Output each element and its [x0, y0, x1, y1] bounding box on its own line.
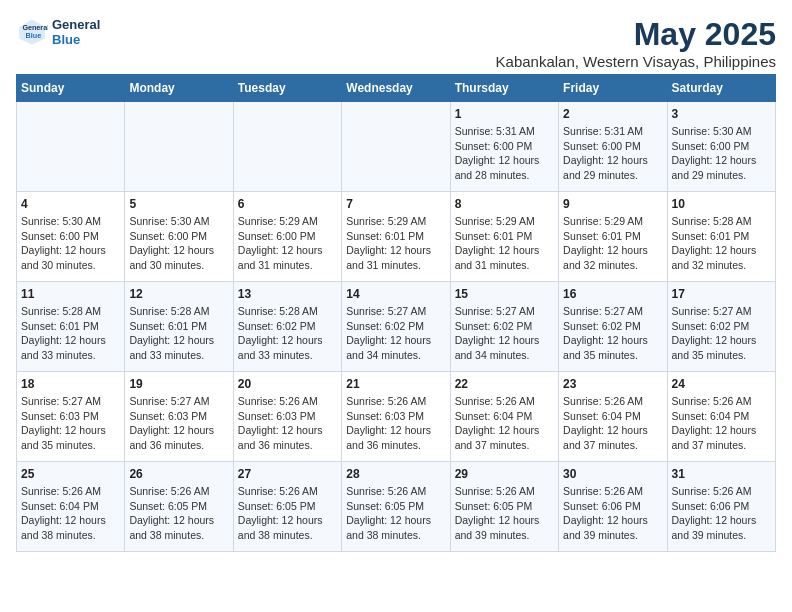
day-number: 14 — [346, 287, 445, 301]
calendar-cell: 2Sunrise: 5:31 AMSunset: 6:00 PMDaylight… — [559, 102, 667, 192]
week-row-5: 25Sunrise: 5:26 AMSunset: 6:04 PMDayligh… — [17, 462, 776, 552]
title-area: May 2025 Kabankalan, Western Visayas, Ph… — [496, 16, 776, 70]
day-number: 25 — [21, 467, 120, 481]
cell-info: Sunrise: 5:30 AMSunset: 6:00 PMDaylight:… — [672, 124, 771, 183]
day-number: 8 — [455, 197, 554, 211]
header-monday: Monday — [125, 75, 233, 102]
cell-info: Sunrise: 5:31 AMSunset: 6:00 PMDaylight:… — [455, 124, 554, 183]
header-row: SundayMondayTuesdayWednesdayThursdayFrid… — [17, 75, 776, 102]
cell-info: Sunrise: 5:28 AMSunset: 6:01 PMDaylight:… — [21, 304, 120, 363]
page-header: General Blue General Blue May 2025 Kaban… — [16, 16, 776, 70]
day-number: 10 — [672, 197, 771, 211]
day-number: 3 — [672, 107, 771, 121]
calendar-cell — [125, 102, 233, 192]
subtitle: Kabankalan, Western Visayas, Philippines — [496, 53, 776, 70]
day-number: 28 — [346, 467, 445, 481]
calendar-cell: 10Sunrise: 5:28 AMSunset: 6:01 PMDayligh… — [667, 192, 775, 282]
day-number: 26 — [129, 467, 228, 481]
cell-info: Sunrise: 5:26 AMSunset: 6:05 PMDaylight:… — [238, 484, 337, 543]
calendar-cell: 9Sunrise: 5:29 AMSunset: 6:01 PMDaylight… — [559, 192, 667, 282]
day-number: 30 — [563, 467, 662, 481]
calendar-cell: 26Sunrise: 5:26 AMSunset: 6:05 PMDayligh… — [125, 462, 233, 552]
week-row-3: 11Sunrise: 5:28 AMSunset: 6:01 PMDayligh… — [17, 282, 776, 372]
day-number: 9 — [563, 197, 662, 211]
cell-info: Sunrise: 5:28 AMSunset: 6:01 PMDaylight:… — [129, 304, 228, 363]
logo-line1: General — [52, 17, 100, 32]
day-number: 29 — [455, 467, 554, 481]
cell-info: Sunrise: 5:26 AMSunset: 6:04 PMDaylight:… — [672, 394, 771, 453]
header-saturday: Saturday — [667, 75, 775, 102]
cell-info: Sunrise: 5:26 AMSunset: 6:04 PMDaylight:… — [21, 484, 120, 543]
cell-info: Sunrise: 5:26 AMSunset: 6:04 PMDaylight:… — [563, 394, 662, 453]
cell-info: Sunrise: 5:31 AMSunset: 6:00 PMDaylight:… — [563, 124, 662, 183]
day-number: 24 — [672, 377, 771, 391]
day-number: 21 — [346, 377, 445, 391]
day-number: 1 — [455, 107, 554, 121]
cell-info: Sunrise: 5:26 AMSunset: 6:06 PMDaylight:… — [563, 484, 662, 543]
day-number: 7 — [346, 197, 445, 211]
cell-info: Sunrise: 5:29 AMSunset: 6:01 PMDaylight:… — [346, 214, 445, 273]
svg-text:Blue: Blue — [26, 31, 42, 40]
cell-info: Sunrise: 5:26 AMSunset: 6:03 PMDaylight:… — [346, 394, 445, 453]
day-number: 12 — [129, 287, 228, 301]
cell-info: Sunrise: 5:27 AMSunset: 6:02 PMDaylight:… — [455, 304, 554, 363]
cell-info: Sunrise: 5:30 AMSunset: 6:00 PMDaylight:… — [129, 214, 228, 273]
calendar-cell: 19Sunrise: 5:27 AMSunset: 6:03 PMDayligh… — [125, 372, 233, 462]
header-tuesday: Tuesday — [233, 75, 341, 102]
cell-info: Sunrise: 5:27 AMSunset: 6:03 PMDaylight:… — [129, 394, 228, 453]
cell-info: Sunrise: 5:27 AMSunset: 6:03 PMDaylight:… — [21, 394, 120, 453]
cell-info: Sunrise: 5:26 AMSunset: 6:05 PMDaylight:… — [129, 484, 228, 543]
calendar-cell: 21Sunrise: 5:26 AMSunset: 6:03 PMDayligh… — [342, 372, 450, 462]
week-row-1: 1Sunrise: 5:31 AMSunset: 6:00 PMDaylight… — [17, 102, 776, 192]
cell-info: Sunrise: 5:26 AMSunset: 6:06 PMDaylight:… — [672, 484, 771, 543]
day-number: 22 — [455, 377, 554, 391]
calendar-cell: 7Sunrise: 5:29 AMSunset: 6:01 PMDaylight… — [342, 192, 450, 282]
day-number: 6 — [238, 197, 337, 211]
day-number: 5 — [129, 197, 228, 211]
calendar-cell: 29Sunrise: 5:26 AMSunset: 6:05 PMDayligh… — [450, 462, 558, 552]
main-title: May 2025 — [496, 16, 776, 53]
day-number: 18 — [21, 377, 120, 391]
header-thursday: Thursday — [450, 75, 558, 102]
header-sunday: Sunday — [17, 75, 125, 102]
calendar-cell — [233, 102, 341, 192]
calendar-cell: 25Sunrise: 5:26 AMSunset: 6:04 PMDayligh… — [17, 462, 125, 552]
day-number: 23 — [563, 377, 662, 391]
cell-info: Sunrise: 5:26 AMSunset: 6:04 PMDaylight:… — [455, 394, 554, 453]
calendar-cell: 18Sunrise: 5:27 AMSunset: 6:03 PMDayligh… — [17, 372, 125, 462]
day-number: 19 — [129, 377, 228, 391]
calendar-cell: 28Sunrise: 5:26 AMSunset: 6:05 PMDayligh… — [342, 462, 450, 552]
cell-info: Sunrise: 5:28 AMSunset: 6:01 PMDaylight:… — [672, 214, 771, 273]
calendar-cell: 3Sunrise: 5:30 AMSunset: 6:00 PMDaylight… — [667, 102, 775, 192]
calendar-cell: 15Sunrise: 5:27 AMSunset: 6:02 PMDayligh… — [450, 282, 558, 372]
cell-info: Sunrise: 5:29 AMSunset: 6:00 PMDaylight:… — [238, 214, 337, 273]
day-number: 17 — [672, 287, 771, 301]
calendar-header: SundayMondayTuesdayWednesdayThursdayFrid… — [17, 75, 776, 102]
cell-info: Sunrise: 5:30 AMSunset: 6:00 PMDaylight:… — [21, 214, 120, 273]
day-number: 2 — [563, 107, 662, 121]
cell-info: Sunrise: 5:28 AMSunset: 6:02 PMDaylight:… — [238, 304, 337, 363]
day-number: 15 — [455, 287, 554, 301]
calendar-cell: 24Sunrise: 5:26 AMSunset: 6:04 PMDayligh… — [667, 372, 775, 462]
header-wednesday: Wednesday — [342, 75, 450, 102]
day-number: 11 — [21, 287, 120, 301]
calendar-cell: 6Sunrise: 5:29 AMSunset: 6:00 PMDaylight… — [233, 192, 341, 282]
week-row-4: 18Sunrise: 5:27 AMSunset: 6:03 PMDayligh… — [17, 372, 776, 462]
day-number: 20 — [238, 377, 337, 391]
calendar-cell: 16Sunrise: 5:27 AMSunset: 6:02 PMDayligh… — [559, 282, 667, 372]
calendar-table: SundayMondayTuesdayWednesdayThursdayFrid… — [16, 74, 776, 552]
calendar-cell: 12Sunrise: 5:28 AMSunset: 6:01 PMDayligh… — [125, 282, 233, 372]
calendar-cell: 8Sunrise: 5:29 AMSunset: 6:01 PMDaylight… — [450, 192, 558, 282]
cell-info: Sunrise: 5:27 AMSunset: 6:02 PMDaylight:… — [563, 304, 662, 363]
calendar-cell: 11Sunrise: 5:28 AMSunset: 6:01 PMDayligh… — [17, 282, 125, 372]
day-number: 13 — [238, 287, 337, 301]
header-friday: Friday — [559, 75, 667, 102]
day-number: 27 — [238, 467, 337, 481]
calendar-body: 1Sunrise: 5:31 AMSunset: 6:00 PMDaylight… — [17, 102, 776, 552]
calendar-cell: 31Sunrise: 5:26 AMSunset: 6:06 PMDayligh… — [667, 462, 775, 552]
calendar-cell: 17Sunrise: 5:27 AMSunset: 6:02 PMDayligh… — [667, 282, 775, 372]
calendar-cell: 1Sunrise: 5:31 AMSunset: 6:00 PMDaylight… — [450, 102, 558, 192]
logo: General Blue General Blue — [16, 16, 100, 48]
calendar-cell: 27Sunrise: 5:26 AMSunset: 6:05 PMDayligh… — [233, 462, 341, 552]
calendar-cell: 4Sunrise: 5:30 AMSunset: 6:00 PMDaylight… — [17, 192, 125, 282]
